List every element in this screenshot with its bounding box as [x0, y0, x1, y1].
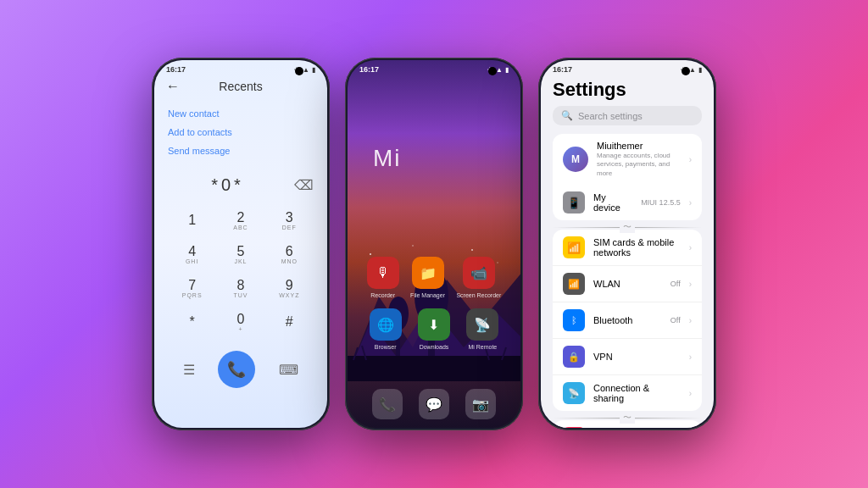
- back-arrow-icon[interactable]: ←: [166, 79, 180, 94]
- miui-badge: MIUI 12.5.5: [641, 198, 681, 207]
- my-device-name: My device: [593, 192, 632, 213]
- status-time-2: 16:17: [359, 65, 379, 74]
- dialer-menu: New contact Add to contacts Send message: [154, 99, 327, 165]
- account-row[interactable]: M Miuithemer Manage accounts, cloud serv…: [553, 134, 702, 185]
- connection-text: Connection & sharing: [593, 383, 681, 403]
- phone-dialer: 16:17 ✈ ▲ ▮ ← Recents New contact Add to…: [152, 58, 330, 430]
- dock-icon-2[interactable]: 💬: [419, 389, 449, 419]
- dial-key-5[interactable]: 5JKL: [222, 239, 259, 269]
- dial-key-6[interactable]: 6MNO: [270, 239, 308, 269]
- dial-key-hash[interactable]: #: [270, 307, 308, 337]
- dial-key-7[interactable]: 7PQRS: [174, 273, 211, 303]
- connection-arrow-icon: ›: [689, 389, 692, 398]
- account-card: M Miuithemer Manage accounts, cloud serv…: [553, 134, 702, 220]
- dialpad-row-4: * 0+ #: [168, 307, 314, 337]
- dialpad-toggle-icon[interactable]: ⌨: [279, 362, 298, 378]
- wlan-row[interactable]: 📶 WLAN Off ›: [553, 266, 702, 302]
- app-screen-recorder-label: Screen Recorder: [456, 292, 501, 298]
- menu-new-contact[interactable]: New contact: [168, 104, 314, 123]
- dial-key-star[interactable]: *: [174, 307, 211, 337]
- dialer-display: *0*: [168, 175, 287, 195]
- dock-icon-3[interactable]: 📷: [465, 389, 496, 419]
- app-screen-recorder[interactable]: 📹 Screen Recorder: [456, 257, 501, 298]
- camera-punch-hole-2: [488, 67, 497, 75]
- wallpaper-icon: 🖼: [563, 427, 585, 428]
- wlan-text: WLAN: [593, 279, 662, 289]
- account-avatar: M: [563, 147, 588, 172]
- status-time-3: 16:17: [553, 65, 572, 74]
- sim-arrow-icon: ›: [689, 243, 692, 252]
- dial-key-0[interactable]: 0+: [222, 307, 259, 337]
- menu-add-contact[interactable]: Add to contacts: [168, 123, 314, 141]
- bluetooth-icon: ᛒ: [563, 309, 585, 331]
- downloads-icon: ⬇: [428, 317, 439, 333]
- bluetooth-arrow-icon: ›: [689, 316, 692, 325]
- divider-2: [553, 418, 702, 419]
- bluetooth-toggle[interactable]: Off: [670, 316, 681, 324]
- dial-key-3[interactable]: 3DEF: [270, 205, 308, 236]
- dock-icon-1[interactable]: 📞: [372, 389, 403, 419]
- wifi-icon: ▲: [303, 66, 309, 74]
- svg-point-12: [412, 245, 414, 247]
- mi-remote-icon: 📡: [474, 317, 491, 333]
- dialer-input-row: *0* ⌫: [154, 165, 327, 202]
- dial-key-4[interactable]: 4GHI: [174, 239, 211, 269]
- file-manager-icon: 📁: [420, 265, 437, 281]
- menu-icon[interactable]: ☰: [183, 362, 195, 378]
- dialer-footer: ☰ 📞 ⌨: [154, 344, 327, 396]
- device-arrow-icon: ›: [689, 198, 692, 208]
- dialpad-row-2: 4GHI 5JKL 6MNO: [168, 239, 314, 269]
- app-file-manager[interactable]: 📁 File Manager: [410, 257, 445, 298]
- browser-icon: 🌐: [377, 317, 394, 333]
- app-downloads[interactable]: ⬇ Downloads: [418, 308, 450, 350]
- dial-key-8[interactable]: 8TUV: [222, 273, 259, 303]
- divider-1: [553, 227, 702, 228]
- app-recorder[interactable]: 🎙 Recorder: [367, 257, 399, 298]
- recorder-icon: 🎙: [376, 265, 390, 280]
- dial-key-1[interactable]: 1: [174, 205, 211, 236]
- dial-key-9[interactable]: 9WXYZ: [270, 273, 308, 303]
- dialpad-row-3: 7PQRS 8TUV 9WXYZ: [168, 273, 314, 303]
- bluetooth-name: Bluetooth: [593, 315, 662, 325]
- signal-icon: ▲: [496, 66, 503, 74]
- connection-name: Connection & sharing: [593, 383, 681, 403]
- my-device-row[interactable]: 📱 My device MIUI 12.5.5 ›: [553, 185, 702, 220]
- app-mi-remote-label: Mi Remote: [468, 344, 497, 350]
- connection-row[interactable]: 📡 Connection & sharing ›: [553, 375, 702, 411]
- app-grid: 🎙 Recorder 📁 File Manager 📹 Screen Recor…: [348, 257, 520, 360]
- sim-name: SIM cards & mobile networks: [593, 237, 681, 258]
- dial-key-2[interactable]: 2ABC: [222, 205, 259, 236]
- status-time-1: 16:17: [166, 65, 186, 74]
- app-browser[interactable]: 🌐 Browser: [370, 308, 402, 350]
- backspace-button[interactable]: ⌫: [294, 177, 314, 193]
- sim-text: SIM cards & mobile networks: [593, 237, 681, 258]
- app-file-manager-label: File Manager: [410, 292, 445, 298]
- account-sub: Manage accounts, cloud services, payment…: [597, 152, 681, 178]
- menu-send-message[interactable]: Send message: [168, 141, 314, 160]
- home-dock: 📞 💬 📷: [348, 389, 520, 419]
- wlan-toggle[interactable]: Off: [670, 280, 681, 288]
- dialpad: 1 2ABC 3DEF 4GHI 5JKL 6MNO 7PQRS 8TUV 9W…: [154, 202, 327, 344]
- account-arrow-icon: ›: [689, 155, 692, 164]
- bluetooth-row[interactable]: ᛒ Bluetooth Off ›: [553, 302, 702, 339]
- battery-icon: ▮: [312, 66, 315, 74]
- search-icon: 🔍: [561, 110, 573, 121]
- app-mi-remote[interactable]: 📡 Mi Remote: [466, 308, 498, 350]
- phone-home: 16:17 ✈ ▲ ▮ Mi 🎙 Recorder 📁: [345, 58, 523, 430]
- bluetooth-text: Bluetooth: [593, 315, 662, 325]
- app-downloads-label: Downloads: [420, 344, 449, 350]
- vpn-row[interactable]: 🔒 VPN ›: [553, 339, 702, 375]
- app-row-2: 🌐 Browser ⬇ Downloads 📡 Mi Remote: [361, 308, 507, 350]
- sim-icon: 📶: [563, 236, 585, 258]
- search-bar[interactable]: 🔍 Search settings: [553, 106, 702, 125]
- app-recorder-label: Recorder: [370, 292, 395, 298]
- connection-icon: 📡: [563, 382, 585, 404]
- search-placeholder-text: Search settings: [578, 111, 643, 121]
- device-icon: 📱: [563, 191, 585, 214]
- settings-content: Settings 🔍 Search settings M Miuithemer …: [541, 60, 714, 428]
- network-card: 📶 SIM cards & mobile networks › 📶 WLAN O…: [553, 230, 702, 411]
- sim-row[interactable]: 📶 SIM cards & mobile networks ›: [553, 230, 702, 266]
- camera-punch-hole-3: [682, 67, 690, 75]
- app-browser-label: Browser: [375, 344, 397, 350]
- call-button[interactable]: 📞: [218, 351, 255, 388]
